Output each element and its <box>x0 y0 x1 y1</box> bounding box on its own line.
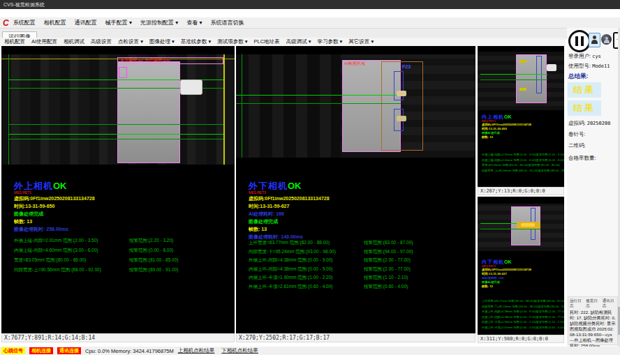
measure-line <box>480 79 547 80</box>
alarm-range: 报警范围:(83.00 - 87.00) <box>534 298 564 304</box>
ok-status: OK <box>53 181 67 191</box>
alarm-range: 报警范围:(81.00 - 85.00) <box>129 255 178 265</box>
camera-view-inner-upper[interactable]: 内上相机OK MES:RET1 虚拟码:0Ff1inw2025020813313… <box>478 46 564 187</box>
measurement-value: 内侧上端-间隙=4.60mm 范围:(3.00 - 6.00) <box>14 245 129 255</box>
frame-line: 帧数: 13 <box>482 285 531 289</box>
measurement-value: 外侧上环-间隙=4.38mm 范围:(0.00 - 9.00) <box>249 256 364 265</box>
menu-item[interactable]: 相机配置 <box>44 19 66 26</box>
pause-button[interactable] <box>568 30 591 52</box>
toolbar-item[interactable]: 高级调试 ▾ <box>286 38 311 45</box>
toolbar-item[interactable]: 相机调试 <box>64 38 84 45</box>
frame-line: 帧数: 13 <box>482 135 531 139</box>
user-button[interactable] <box>589 33 600 47</box>
alarm-range: 报警范围:(0.00 - 8.00) <box>536 158 564 163</box>
measurement-row: 内侧上环-卡顶=1.90mm 范围:(1.00 - 2.20) 报警范围:(1.… <box>249 273 475 282</box>
measurement-value: 外侧上端-间隙=2.91mm 范围:(2.00 - 3.50) <box>14 236 129 245</box>
measurement-row: 宽度=83.05mm 范围:(80.00 - 86.00) 报警范围:(81.0… <box>14 255 235 265</box>
pass-rate-row: 合格率数量: <box>568 155 596 162</box>
ok-status: OK <box>288 181 302 191</box>
result-overlay: 外下相机OK MES:RET0 虚拟码:0Ff1inw2025020813313… <box>249 181 330 241</box>
toolbar-item[interactable]: 测试项参数 ▾ <box>217 38 247 45</box>
measurement-row: 上环宽度=83.77mm 范围:(82.00 - 88.00) 报警范围:(83… <box>482 298 564 304</box>
operator-mode-button[interactable] <box>601 34 612 45</box>
needle-row: 卷针号: <box>568 131 586 138</box>
measurement-value: 间隙宽度-下=95.24mm 范围:(93.00 - 98.00) <box>482 304 538 310</box>
measurement-rows: 外侧上端-间隙=2.91mm 范围:(2.00 - 3.50) 报警范围:(2.… <box>14 236 235 275</box>
toolbar-item[interactable]: AI使用配置 <box>31 38 57 45</box>
measurement-value: 间隙宽度-上=90.56mm 范围:(88.00 - 92.00) <box>482 168 538 174</box>
alarm-range: 报警范围:(94.00 - 97.00) <box>538 304 564 310</box>
camera-result-title: 外上相机OK <box>14 181 95 190</box>
camera-image <box>478 204 564 251</box>
log-tab[interactable]: 通讯日志 <box>603 298 617 308</box>
measure-line <box>8 139 223 139</box>
menu-item[interactable]: 系统语言切换 <box>210 19 244 26</box>
login-user-row: 登录用户: cys <box>568 53 601 60</box>
log-tabs: 运行日志视觉日志通讯日志 <box>568 297 617 309</box>
toolbar-item[interactable]: 学习参数 ▾ <box>317 38 342 45</box>
measurement-value: 上环宽度=83.77mm 范围:(82.00 - 88.00) <box>249 238 364 248</box>
camera-view-outer-lower[interactable]: AI检测区域 F23 外下相机OK MES:RET0 虚拟码:0Ff1inw20… <box>236 46 475 333</box>
camera-image <box>478 52 564 110</box>
measurement-row: 外侧上环-间隙=4.38mm 范围:(0.00 - 9.00) 报警范围:(2.… <box>249 256 475 265</box>
measurement-row: 外侧上环-间隙=4.38mm 范围:(0.00 - 9.00) 报警范围:(2.… <box>482 309 564 314</box>
toolbar-item[interactable]: 图像处理 ▾ <box>149 38 175 45</box>
blue-tag-label: F23 <box>402 64 411 69</box>
login-user-value: cys <box>592 54 601 59</box>
status-links: 上相机点检结果下相机点检结果 <box>178 347 258 354</box>
toolbar-item[interactable]: 相机配置 <box>4 38 25 45</box>
total-result-label: 总结果: <box>568 73 588 81</box>
toolbar-item[interactable]: PLC地址表 <box>254 38 280 45</box>
toolbar-item[interactable]: 点检设置 ▾ <box>118 38 143 45</box>
toolbar-item[interactable]: 基准线参数 ▾ <box>181 38 211 45</box>
connector-part <box>180 79 202 95</box>
camera-result-title: 外下相机OK <box>249 181 330 190</box>
done-line: 图像处理完成 <box>249 218 330 225</box>
camera-view-outer-upper[interactable]: 灰度阈值:93, 动态阈值:100 外上相机OK MES:RET1 虚拟码:0F… <box>1 46 235 333</box>
user-icon <box>593 36 596 39</box>
menu-item[interactable]: 械手配置 ▾ <box>105 19 132 26</box>
app-logo-icon: C <box>3 18 9 28</box>
pause-icon <box>575 36 578 46</box>
pixel-coordinate-bar: X:270;Y:2502;R:17;G:17;B:17 <box>236 333 475 342</box>
camera-image: AI检测区域 F23 <box>236 54 475 158</box>
highlight-spot <box>397 91 406 96</box>
measurement-value: 外侧上环-卡顶=2.61mm 范围:(0.60 - 4.00) <box>482 325 536 331</box>
cpu-memory-readout: Cpu: 0.0% Memory: 3424.41796875M <box>85 348 174 354</box>
log-box: 运行日志视觉日志通讯日志 耗时: 222, 缺陷检测耗时: 17, 缺陷分类耗时… <box>568 296 618 345</box>
menu-item[interactable]: 查看 ▾ <box>186 19 202 26</box>
inspection-result-link[interactable]: 下相机点检结果 <box>221 347 258 354</box>
qr-row: 二维码: <box>568 142 586 149</box>
inspection-result-link[interactable]: 上相机点检结果 <box>178 347 215 354</box>
toolbar-item[interactable]: 其它设置 ▾ <box>348 38 374 45</box>
done-line: 图像处理完成 <box>14 210 95 218</box>
log-tab[interactable]: 运行日志 <box>570 298 584 308</box>
alarm-range: 报警范围:(1.10 - 2.10) <box>536 319 564 325</box>
menu-item[interactable]: 通讯配置 <box>75 19 97 26</box>
menu-items: 系统配置相机配置通讯配置械手配置 ▾光源控制配置 ▾查看 ▾系统语言切换 <box>13 19 244 26</box>
elapsed-line: 图像处理耗时: 258.00ms <box>14 225 95 233</box>
alarm-range: 报警范围:(89.00 - 91.00) <box>129 265 178 275</box>
user-icon <box>591 40 598 44</box>
measurement-value: 外侧上环-间隙=4.38mm 范围:(0.00 - 9.00) <box>482 309 536 314</box>
measurement-value: 宽度=83.05mm 范围:(80.00 - 86.00) <box>482 162 528 168</box>
measurement-row: 外侧上端-间隙=2.91mm 范围:(2.00 - 3.50) 报警范围:(2.… <box>482 152 564 158</box>
ai-region-label: AI检测区域 <box>344 61 365 66</box>
measurement-value: 内侧上环-卡顶=1.90mm 范围:(1.00 - 2.20) <box>249 273 364 282</box>
machinery-background <box>236 54 341 158</box>
measurement-value: 间隙宽度-下=95.24mm 范围:(93.00 - 98.00) <box>249 248 364 257</box>
alarm-range: 报警范围:(2.00 - 77.00) <box>364 256 411 265</box>
menu-item[interactable]: 系统配置 <box>13 19 36 26</box>
alarm-range: 报警范围:(94.00 - 97.00) <box>364 248 413 257</box>
camera-view-inner-lower[interactable]: 内下相机OK MES:RET0 虚拟码:0Ff1inw2025020813313… <box>478 197 564 335</box>
measurement-value: 宽度=83.05mm 范围:(80.00 - 86.00) <box>14 255 129 265</box>
log-tab[interactable]: 视觉日志 <box>586 298 600 308</box>
annotation-text-spot <box>519 60 526 63</box>
menu-item[interactable]: 光源控制配置 ▾ <box>140 19 178 26</box>
measurement-rows: 外侧上端-间隙=2.91mm 范围:(2.00 - 3.50) 报警范围:(2.… <box>482 152 564 173</box>
measurement-value: 内侧上环-卡顶=1.90mm 范围:(1.00 - 2.20) <box>482 319 536 325</box>
toolbar-item[interactable]: 高级设置 <box>91 38 112 45</box>
annotation-box <box>119 67 127 78</box>
virtual-code-value: 20250208 <box>587 121 611 126</box>
measurement-value: 内侧上环-间隙=4.38mm 范围:(0.00 - 9.00) <box>482 314 536 320</box>
